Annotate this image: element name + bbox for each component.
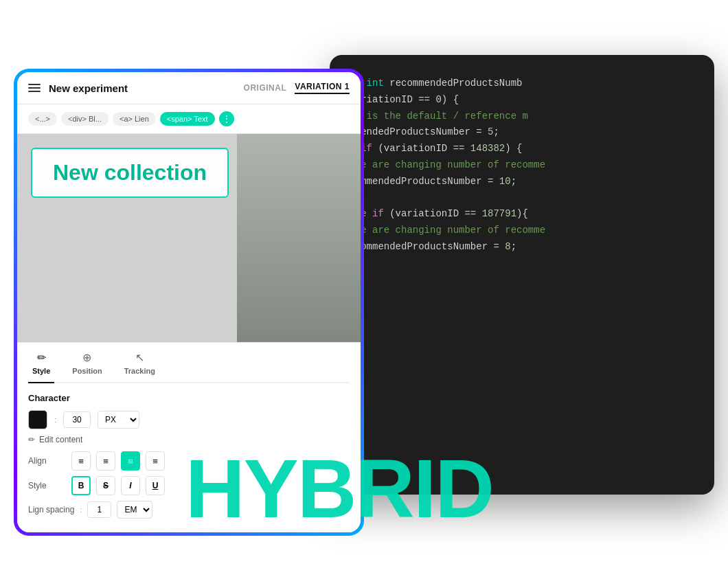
italic-button[interactable]: I	[121, 476, 140, 495]
breadcrumb-item-2[interactable]: <a> Lien	[113, 112, 156, 126]
tracking-icon: ↖	[135, 351, 144, 364]
character-section-title: Character	[28, 393, 350, 403]
align-right-button[interactable]: ≡	[121, 451, 140, 471]
style-icon: ✏	[37, 351, 46, 364]
separator: :	[54, 416, 56, 424]
canvas-area: New collection	[17, 134, 361, 342]
tabs-row: ✏ Style ⊕ Position ↖ Tracking	[28, 351, 350, 383]
edit-content-label: Edit content	[39, 435, 82, 444]
character-row: : PX EM REM	[28, 410, 350, 429]
breadcrumb-item-1[interactable]: <div> Bl...	[61, 112, 109, 126]
unit-select[interactable]: PX EM REM	[98, 411, 139, 429]
color-swatch[interactable]	[28, 410, 47, 429]
bold-button[interactable]: B	[71, 476, 91, 495]
code-panel: ate int recommendedProductsNumb(variatio…	[330, 55, 714, 495]
person-image	[237, 134, 361, 342]
align-label: Align	[28, 456, 66, 466]
tab-variation[interactable]: VARIATION 1	[295, 82, 350, 94]
hybrid-text: HYBRID	[185, 441, 493, 536]
lign-spacing-input[interactable]	[87, 501, 111, 518]
lign-sep: :	[80, 506, 82, 514]
lign-spacing-unit[interactable]: EM PX	[117, 501, 152, 519]
position-icon: ⊕	[82, 351, 91, 364]
align-center-button[interactable]: ≡	[96, 451, 115, 471]
menu-icon[interactable]	[28, 84, 41, 92]
font-size-input[interactable]	[63, 411, 91, 428]
style-label: Style	[28, 481, 66, 490]
tab-original[interactable]: ORIGINAL	[244, 83, 287, 93]
lign-spacing-label: Lign spacing	[28, 505, 74, 514]
breadcrumb-bar: <...> <div> Bl... <a> Lien <span> Text ⋮	[17, 104, 361, 134]
collection-box[interactable]: New collection	[31, 148, 229, 198]
collection-text: New collection	[53, 160, 207, 185]
underline-button[interactable]: U	[146, 476, 165, 495]
tab-position-label: Position	[72, 367, 102, 375]
tab-style-label: Style	[32, 367, 50, 375]
edit-content-icon: ✏	[28, 435, 35, 444]
editor-header: New experiment ORIGINAL VARIATION 1	[17, 72, 361, 104]
experiment-title: New experiment	[49, 82, 236, 94]
breadcrumb-more-button[interactable]: ⋮	[219, 111, 234, 126]
tab-position[interactable]: ⊕ Position	[68, 351, 106, 375]
tab-tracking-label: Tracking	[124, 367, 155, 375]
align-left-button[interactable]: ≡	[71, 451, 91, 471]
strikethrough-button[interactable]: S	[96, 476, 115, 495]
scene: ate int recommendedProductsNumb(variatio…	[0, 0, 728, 577]
tab-style[interactable]: ✏ Style	[28, 351, 54, 383]
breadcrumb-item-3[interactable]: <span> Text	[160, 112, 215, 126]
align-justify-button[interactable]: ≡	[146, 451, 165, 471]
breadcrumb-item-0[interactable]: <...>	[28, 112, 57, 126]
tab-tracking[interactable]: ↖ Tracking	[120, 351, 159, 375]
